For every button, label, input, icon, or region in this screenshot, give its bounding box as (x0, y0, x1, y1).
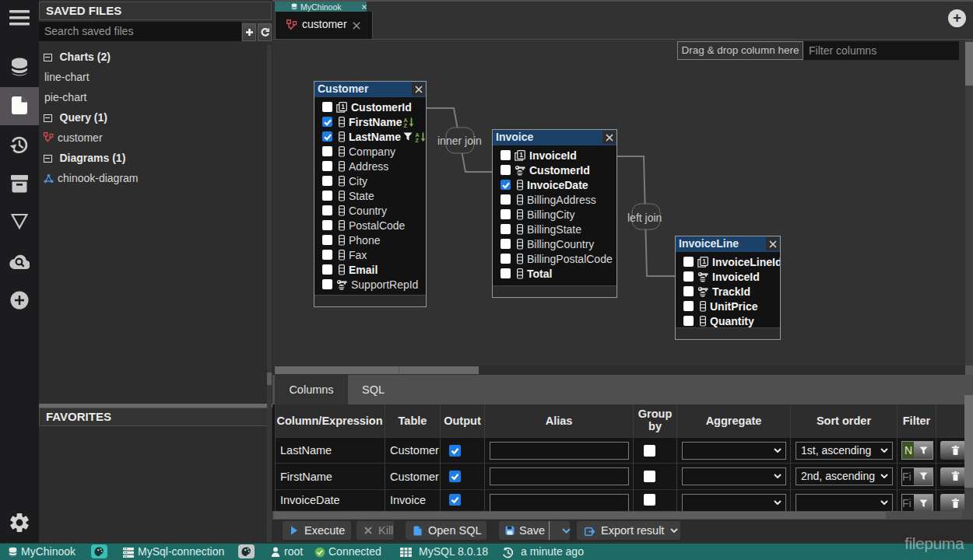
svg-text:inner join: inner join (437, 135, 482, 147)
svg-text:A: A (404, 117, 408, 122)
svg-text:A: A (415, 131, 419, 137)
svg-text:left join: left join (627, 212, 662, 224)
svg-text:1: 1 (702, 257, 706, 265)
svg-text:Z: Z (415, 137, 419, 142)
svg-text:1: 1 (341, 103, 345, 110)
svg-text:Z: Z (404, 122, 408, 128)
svg-text:1: 1 (519, 151, 523, 159)
